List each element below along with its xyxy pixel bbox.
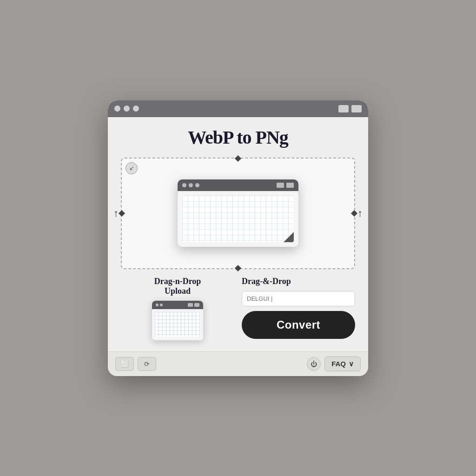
mini-preview-dots [156,304,163,306]
app-window: WebP to PNg ↑ ↑ ↙ [108,100,368,376]
right-bottom: Drag-&-Drop Convert [242,277,355,339]
preview-dots [182,183,199,187]
mini-preview-content [152,309,203,340]
folded-corner [284,232,294,242]
maximize-button[interactable] [351,105,362,112]
faq-label: FAQ [331,360,346,368]
title-bar [108,100,368,117]
drag-drop-label: Drag-n-DropUpload [154,277,201,296]
preview-window [178,179,298,247]
bottom-bar-btn-1[interactable]: ⬜ [115,357,134,371]
resize-handle[interactable]: ↙ [126,162,138,174]
dot-1 [114,106,120,112]
preview-window-bar [178,179,298,191]
btn1-icon: ⬜ [121,360,129,368]
mini-preview-dot-1 [156,304,159,306]
preview-dot-2 [189,183,193,187]
bottom-bar-left: ⬜ ⟳ [115,357,302,371]
app-title: WebP to PNg [121,126,355,148]
app-content: WebP to PNg ↑ ↑ ↙ [108,117,368,351]
chevron-down-icon: ∨ [349,360,354,368]
preview-ctrl-2 [286,183,294,188]
power-icon: ⏻ [311,360,317,368]
mini-grid-paper [155,312,200,337]
bottom-section: Drag-n-DropUpload [121,277,355,340]
preview-dot-3 [195,183,199,187]
diamond-bottom [235,264,241,271]
mini-preview-ctrl-1 [188,303,193,307]
diamond-left [119,210,125,216]
bottom-bar: ⬜ ⟳ ⏻ FAQ ∨ [108,351,368,376]
power-icon-button[interactable]: ⏻ [307,357,321,371]
preview-dot-1 [182,183,186,187]
drag-drop-label-right: Drag-&-Drop [242,277,355,286]
dot-2 [124,106,130,112]
btn2-icon: ⟳ [144,360,150,368]
left-bottom: Drag-n-DropUpload [121,277,234,340]
faq-button[interactable]: FAQ ∨ [324,357,361,371]
upload-dropzone[interactable]: ↑ ↑ ↙ [121,158,355,269]
mini-preview-dot-2 [160,304,163,306]
mini-preview-bar [152,301,203,309]
arrow-left-icon: ↑ [113,207,119,219]
file-input[interactable] [242,291,355,306]
preview-window-content [178,191,298,247]
mini-preview [152,301,203,340]
bottom-bar-right: ⏻ FAQ ∨ [307,357,361,371]
diamond-top [235,155,241,161]
title-bar-dots [114,106,139,112]
bottom-bar-btn-2[interactable]: ⟳ [138,357,156,371]
mini-preview-ctrl-2 [194,303,199,307]
title-bar-controls [338,105,362,112]
arrow-right-icon: ↑ [357,207,363,219]
preview-ctrl-1 [277,183,284,188]
minimize-button[interactable] [338,105,349,112]
dot-3 [133,106,139,112]
convert-button[interactable]: Convert [242,311,355,339]
diamond-right [351,210,357,216]
grid-paper [182,196,294,242]
